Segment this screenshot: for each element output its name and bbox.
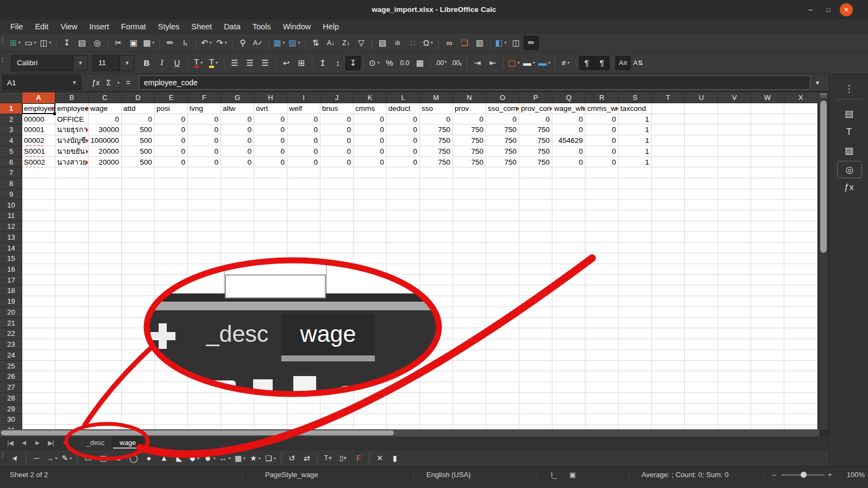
dropdown-arrow-icon[interactable]: ▾ xyxy=(153,40,155,45)
insert-text-box-button[interactable]: T+ xyxy=(320,452,336,465)
gallery-deck-icon[interactable]: ▨ xyxy=(837,142,861,159)
cell-A5[interactable]: S0001 xyxy=(22,146,55,157)
cell-L2[interactable]: 0 xyxy=(387,114,420,125)
insert-chart-button[interactable]: ılı xyxy=(390,36,405,50)
flip-button[interactable]: ⇄ xyxy=(299,452,315,465)
cell-H6[interactable]: 0 xyxy=(254,157,287,168)
row-header-1[interactable]: 1 xyxy=(0,103,22,114)
column-header-I[interactable]: I xyxy=(287,92,320,103)
row-header-13[interactable]: 13 xyxy=(0,232,22,243)
cell-S6[interactable]: 1 xyxy=(619,157,652,168)
cell-A2[interactable]: 00000 xyxy=(22,114,55,125)
cell-C4[interactable]: 1000000 xyxy=(89,135,122,146)
cell-S3[interactable]: 1 xyxy=(619,124,652,135)
cell-H5[interactable]: 0 xyxy=(254,146,287,157)
cell-P1[interactable]: prov_con xyxy=(519,103,552,114)
merge-cells-button[interactable]: ⊞ xyxy=(294,56,309,70)
row-header-16[interactable]: 16 xyxy=(0,264,22,275)
cell-P3[interactable]: 750 xyxy=(519,124,552,135)
cell-F3[interactable]: 0 xyxy=(188,124,221,135)
column-header-J[interactable]: J xyxy=(320,92,354,103)
column-header-T[interactable]: T xyxy=(652,92,685,103)
cell-S1[interactable]: taxcond xyxy=(619,103,652,114)
cell-I3[interactable]: 0 xyxy=(287,124,320,135)
cell-N6[interactable]: 750 xyxy=(453,157,486,168)
row-header-5[interactable]: 5 xyxy=(0,146,22,157)
toolbar-grip-icon[interactable]: ⁞⁞ xyxy=(1,37,5,49)
italic-button[interactable]: I xyxy=(154,56,169,70)
headers-footers-button[interactable]: ▥ xyxy=(472,36,487,50)
column-header-Q[interactable]: Q xyxy=(552,92,586,103)
cell-P6[interactable]: 750 xyxy=(519,157,552,168)
show-draw-functions-button[interactable]: ✏ xyxy=(524,36,539,50)
cell-G3[interactable]: 0 xyxy=(221,124,254,135)
sort-ascending-button[interactable]: A↓ xyxy=(323,36,338,50)
new-document-button[interactable]: ⊞▾ xyxy=(8,36,23,50)
font-name-value[interactable]: Calibri xyxy=(11,59,73,67)
cell-M5[interactable]: 750 xyxy=(420,146,453,157)
cell-J6[interactable]: 0 xyxy=(320,157,354,168)
dropdown-arrow-icon[interactable]: ▾ xyxy=(298,40,300,45)
cell-J2[interactable]: 0 xyxy=(320,114,354,125)
row-header-11[interactable]: 11 xyxy=(0,210,22,221)
symbol-shapes-button[interactable]: ☻▾ xyxy=(202,452,217,465)
cell-E4[interactable]: 0 xyxy=(155,135,188,146)
align-left-button[interactable]: ☰ xyxy=(227,56,242,70)
paste-button[interactable]: ▦▾ xyxy=(141,36,156,50)
cell-E3[interactable]: 0 xyxy=(155,124,188,135)
cell-F6[interactable]: 0 xyxy=(188,157,221,168)
dropdown-arrow-icon[interactable]: ▾ xyxy=(568,60,570,65)
dropdown-arrow-icon[interactable]: ▾ xyxy=(274,456,276,461)
cell-C6[interactable]: 20000 xyxy=(89,157,122,168)
dropdown-arrow-icon[interactable]: ▾ xyxy=(283,40,285,45)
split-handle[interactable] xyxy=(820,93,827,98)
cell-N5[interactable]: 750 xyxy=(453,146,486,157)
vertical-scrollbar-thumb[interactable] xyxy=(820,101,827,253)
cell-O5[interactable]: 750 xyxy=(486,146,519,157)
rounded-rectangle-button[interactable]: ▢ xyxy=(96,452,111,465)
cell-K4[interactable]: 0 xyxy=(354,135,387,146)
cell-J5[interactable]: 0 xyxy=(320,146,354,157)
cell-G1[interactable]: allw xyxy=(221,103,254,114)
isosceles-triangle-button[interactable]: ▲ xyxy=(156,452,172,465)
align-right-button[interactable]: ☰ xyxy=(257,56,273,70)
cell-S2[interactable]: 1 xyxy=(619,114,652,125)
dropdown-arrow-icon[interactable]: ▾ xyxy=(225,40,227,45)
dropdown-arrow-icon[interactable]: ▾ xyxy=(505,40,507,45)
cell-reference[interactable]: A1 xyxy=(3,79,68,87)
formula-input[interactable]: employee_code xyxy=(139,76,810,90)
align-bottom-button[interactable]: ↧ xyxy=(345,56,361,70)
cell-K6[interactable]: 0 xyxy=(354,157,387,168)
cell-K5[interactable]: 0 xyxy=(354,146,387,157)
selection-stats[interactable]: Average: ; Count: 0; Sum: 0 xyxy=(641,467,728,483)
column-header-C[interactable]: C xyxy=(89,92,122,103)
cell-M6[interactable]: 750 xyxy=(420,157,453,168)
cell-J3[interactable]: 0 xyxy=(320,124,354,135)
menu-edit[interactable]: Edit xyxy=(29,20,54,34)
align-top-button[interactable]: ↥ xyxy=(315,56,330,70)
minimize-button[interactable]: – xyxy=(804,3,817,16)
row-header-10[interactable]: 10 xyxy=(0,200,22,211)
dropdown-arrow-icon[interactable]: ▾ xyxy=(70,456,72,461)
column-header-K[interactable]: K xyxy=(354,92,387,103)
cell-C1[interactable]: wage xyxy=(89,103,122,114)
cell-F5[interactable]: 0 xyxy=(188,146,221,157)
navigator-deck-icon[interactable]: ◎ xyxy=(837,161,862,178)
menu-view[interactable]: View xyxy=(54,20,83,34)
sheet-tab-desc[interactable]: _desc xyxy=(79,436,112,449)
previous-sheet-button[interactable]: ◀ xyxy=(17,437,30,448)
font-name-combo[interactable]: Calibri ▼ xyxy=(11,55,88,71)
save-state-icon[interactable]: ▣ xyxy=(569,467,576,483)
spreadsheet-grid[interactable]: employeeemployeewageattdposilvngallwovrt… xyxy=(22,103,817,429)
column-header-X[interactable]: X xyxy=(784,92,817,103)
cell-K1[interactable]: cmms xyxy=(354,103,387,114)
cell-I6[interactable]: 0 xyxy=(287,157,320,168)
cell-A3[interactable]: 00001 xyxy=(22,124,55,135)
sort-button[interactable]: ⇅ xyxy=(308,36,323,50)
cell-L3[interactable]: 0 xyxy=(387,124,420,135)
language-status[interactable]: English (USA) xyxy=(426,467,471,483)
increase-indent-button[interactable]: ⇥ xyxy=(470,56,485,70)
menu-tools[interactable]: Tools xyxy=(247,20,277,34)
column-header-N[interactable]: N xyxy=(453,92,486,103)
flowchart-shapes-button[interactable]: ▦▾ xyxy=(232,452,248,465)
